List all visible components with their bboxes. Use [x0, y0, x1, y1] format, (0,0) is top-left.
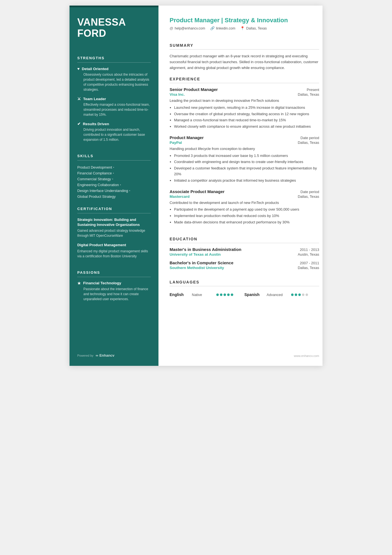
cert-title-2: Digital Product Management — [77, 243, 151, 248]
dot-en-5 — [231, 293, 233, 296]
passion-desc-1: Passionate about the intersection of fin… — [77, 287, 151, 302]
bullet-3-1: Participated in the development of a pay… — [174, 207, 319, 213]
dot-en-4 — [227, 293, 230, 296]
passion-title-1: Financial Technology — [83, 281, 121, 285]
strength-title-3: Results Driven — [83, 122, 109, 126]
edu-entry-2: Bachelor's in Computer Science 2007 - 20… — [170, 260, 319, 270]
dot-es-1 — [291, 293, 294, 296]
job-date-3: Date period — [301, 190, 319, 194]
edu-location-2: Dallas, Texas — [298, 266, 319, 270]
lang-name-english: English — [170, 292, 192, 297]
edu-degree-1: Master's in Business Administration — [170, 247, 241, 252]
bullet-1-3: Managed a cross-functional team that red… — [174, 117, 319, 123]
location-icon: 📍 — [240, 26, 245, 30]
dot-en-2 — [220, 293, 222, 296]
summary-section-title: SUMMARY — [170, 43, 319, 48]
strength-desc-1: Obsessively curious about the intricacie… — [77, 72, 151, 92]
job-title-3: Associate Product Manager — [170, 189, 225, 194]
cert-title-1: Strategic Innovation: Building and Susta… — [77, 217, 151, 227]
results-driven-icon: ✔ — [77, 122, 81, 126]
languages-divider — [170, 286, 319, 286]
job-company-3: Mastercard — [170, 194, 190, 199]
edu-school-2: Southern Methodist University — [170, 266, 224, 270]
candidate-name: VANESSA FORD — [77, 17, 151, 39]
summary-divider — [170, 49, 319, 50]
strengths-divider — [77, 62, 151, 63]
skill-dot-3: • — [112, 177, 113, 181]
sidebar-top-bar — [70, 6, 158, 7]
main-footer: www.enhancv.com — [170, 349, 319, 357]
language-row-english: English Native Spanish Advanced — [170, 292, 319, 297]
skill-dot-2: • — [113, 172, 114, 175]
contact-row: @ help@enhancv.com 🔗 linkedin.com 📍 Dall… — [170, 26, 319, 30]
job-date-1: Present — [307, 88, 319, 92]
job-desc-2: Handling product lifecycle from concepti… — [170, 146, 319, 152]
education-divider — [170, 243, 319, 243]
experience-section-title: EXPERIENCE — [170, 77, 319, 81]
exp-entry-2: Product Manager Date period PayPal Dalla… — [170, 135, 319, 184]
skill-item-1: Product Development • — [77, 164, 151, 170]
strength-desc-2: Effectively managed a cross-functional t… — [77, 102, 151, 117]
main-content: Product Manager | Strategy & Innovation … — [158, 6, 330, 366]
contact-location: 📍 Dallas, Texas — [240, 26, 267, 30]
education-section-title: EDUCATION — [170, 237, 319, 241]
bullet-2-1: Promoted 3 products that increased user … — [174, 153, 319, 159]
passion-item-1: ★ Financial Technology Passionate about … — [77, 281, 151, 302]
bullet-2-2: Coordinated with engineering and design … — [174, 159, 319, 165]
contact-linkedin: 🔗 linkedin.com — [210, 26, 235, 30]
email-icon: @ — [170, 26, 173, 30]
dot-es-3 — [298, 293, 301, 296]
job-bullets-1: Launched new payment system, resulting i… — [170, 105, 319, 130]
bullet-2-4: Initiated a competitor analysis practice… — [174, 178, 319, 184]
certification-divider — [77, 213, 151, 213]
edu-degree-2: Bachelor's in Computer Science — [170, 260, 233, 265]
job-desc-3: Contributed to the development and launc… — [170, 200, 319, 206]
skill-dot-1: • — [113, 166, 114, 169]
cert-item-2: Digital Product Management Enhanced my d… — [77, 243, 151, 259]
skills-section-title: SKILLS — [77, 154, 151, 158]
edu-location-1: Austin, Texas — [298, 252, 319, 256]
job-bullets-3: Participated in the development of a pay… — [170, 207, 319, 225]
edu-entry-1: Master's in Business Administration 2011… — [170, 247, 319, 256]
job-date-2: Date period — [301, 136, 319, 140]
powered-by-label: Powered by — [77, 354, 93, 357]
strengths-section-title: STRENGTHS — [77, 56, 151, 60]
footer-url: www.enhancv.com — [294, 354, 319, 357]
sidebar-footer: Powered by ∞ Enhancv — [77, 345, 151, 357]
passions-divider — [77, 277, 151, 277]
skill-item-4: Engineering Collaboration • — [77, 182, 151, 188]
strength-item-1: ♥ Detail Oriented Obsessively curious ab… — [77, 66, 151, 92]
dot-es-5 — [306, 293, 308, 296]
dot-en-3 — [224, 293, 226, 296]
lang-level-english: Native — [192, 293, 214, 297]
skill-dot-4: • — [120, 183, 121, 186]
lang-dots-english — [216, 293, 233, 296]
skills-divider — [77, 160, 151, 161]
job-desc-1: Leading the product team in developing i… — [170, 98, 319, 103]
bullet-1-1: Launched new payment system, resulting i… — [174, 105, 319, 111]
passions-section-title: PASSIONS — [77, 270, 151, 275]
job-company-2: PayPal — [170, 140, 182, 145]
bullet-1-2: Oversaw the creation of global product s… — [174, 111, 319, 117]
cert-item-1: Strategic Innovation: Building and Susta… — [77, 217, 151, 238]
enhancv-logo: ∞ Enhancv — [96, 353, 114, 357]
bullet-1-4: Worked closely with compliance to ensure… — [174, 124, 319, 130]
lang-dots-spanish — [291, 293, 308, 296]
skill-item-5: Design Interface Understanding • — [77, 188, 151, 194]
job-title-2: Product Manager — [170, 135, 204, 140]
dot-es-4 — [302, 293, 304, 296]
resume-container: VANESSA FORD STRENGTHS ♥ Detail Oriented… — [70, 6, 322, 366]
dot-es-2 — [295, 293, 297, 296]
job-bullets-2: Promoted 3 products that increased user … — [170, 153, 319, 184]
cert-desc-2: Enhanced my digital product management s… — [77, 249, 151, 259]
job-title-1: Senior Product Manager — [170, 87, 218, 92]
job-location-3: Dallas, Texas — [298, 194, 319, 199]
skill-item-3: Commercial Strategy • — [77, 176, 151, 182]
lang-level-spanish: Advanced — [267, 293, 289, 297]
detail-oriented-icon: ♥ — [77, 66, 80, 71]
strength-title-1: Detail Oriented — [82, 67, 108, 71]
lang-name-spanish: Spanish — [244, 292, 267, 297]
main-job-title: Product Manager | Strategy & Innovation — [170, 17, 319, 24]
job-company-1: Visa Inc. — [170, 92, 185, 97]
strength-desc-3: Driving product innovation and launch, c… — [77, 127, 151, 142]
